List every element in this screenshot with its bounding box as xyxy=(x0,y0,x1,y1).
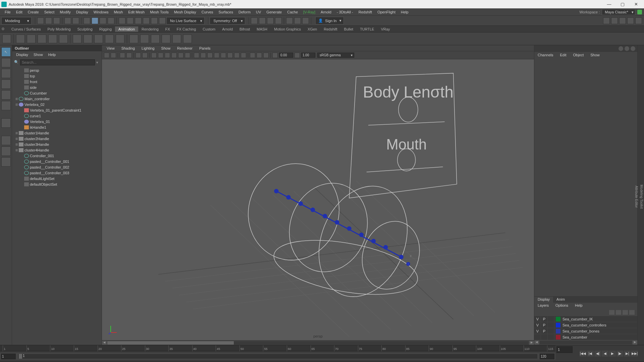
shelf-icon-5[interactable] xyxy=(59,35,68,43)
shelf-tab-fxcaching[interactable]: FX Caching xyxy=(173,26,199,32)
vp-lock-camera-icon[interactable] xyxy=(111,53,116,58)
playblast-icon[interactable] xyxy=(286,17,293,24)
scale-tool[interactable] xyxy=(1,101,11,110)
shelf-tab-bullet[interactable]: Bullet xyxy=(341,26,357,32)
vp-gamma-input[interactable] xyxy=(301,53,315,58)
outliner-item[interactable]: defaultObjectSet xyxy=(12,181,102,187)
side-tab-attribute-editor[interactable]: Attribute Editor xyxy=(634,182,639,211)
search-dropdown-icon[interactable]: ▾ xyxy=(95,60,100,65)
channel-box-scrollbar[interactable]: ◀ ▶ xyxy=(534,340,637,345)
range-start-inner-input[interactable] xyxy=(1,354,16,359)
vp-exposure-input[interactable] xyxy=(279,53,293,58)
shelf-icon-6[interactable] xyxy=(73,35,82,43)
vp-film-gate-icon[interactable] xyxy=(158,53,163,58)
select-hierarchy-icon[interactable] xyxy=(84,17,90,24)
symmetry-dropdown[interactable]: Symmetry: Off xyxy=(210,17,245,24)
goto-start-button[interactable]: |◀◀ xyxy=(580,351,586,357)
outliner-menu-help[interactable]: Help xyxy=(46,52,59,57)
layer-move-down-icon[interactable] xyxy=(616,310,621,315)
time-ruler[interactable]: 1510152025303540455055606570758085909510… xyxy=(0,345,555,362)
select-object-icon[interactable] xyxy=(92,17,98,24)
layer-row[interactable]: VPSea_cucumber_bones xyxy=(534,328,637,334)
shelf-tab-arnold[interactable]: Arnold xyxy=(219,26,236,32)
cb-scroll-left-icon[interactable]: ◀ xyxy=(534,341,539,345)
redo-icon[interactable] xyxy=(72,17,79,24)
shelf-tab-poly[interactable]: Poly Modeling xyxy=(44,26,74,32)
shelf-icon-12[interactable] xyxy=(140,35,149,43)
shelf-tab-custom[interactable]: Custom xyxy=(199,26,219,32)
menu-curves[interactable]: Curves xyxy=(199,9,216,15)
shelf-icon-3[interactable] xyxy=(38,35,46,43)
snap-curve-icon[interactable] xyxy=(127,17,133,24)
outliner-search-input[interactable] xyxy=(20,59,95,65)
layers-menu-options[interactable]: Options xyxy=(552,303,572,309)
step-forward-key-button[interactable]: ▶| xyxy=(624,351,631,357)
vp-antialias-icon[interactable] xyxy=(241,53,246,58)
shelf-icon-11[interactable] xyxy=(129,35,138,43)
vp-image-plane-icon[interactable] xyxy=(126,53,132,58)
outliner-item[interactable]: ⊞cluster4Handle xyxy=(12,147,102,153)
layer-new-empty-icon[interactable] xyxy=(623,310,628,315)
menu-vray[interactable]: [V-Ray] xyxy=(301,9,318,15)
outliner-item[interactable]: ⊞Main_controller xyxy=(12,96,102,102)
step-forward-button[interactable]: |▶ xyxy=(616,351,623,357)
viewport-scrollbar[interactable]: ◀ ▶ xyxy=(102,340,534,345)
vp-color-space-dropdown[interactable]: sRGB gamma xyxy=(317,53,354,58)
snap-plane-icon[interactable] xyxy=(143,17,150,24)
menu-modify[interactable]: Modify xyxy=(57,9,73,15)
render-settings-icon[interactable] xyxy=(275,17,282,24)
lasso-tool[interactable] xyxy=(1,58,11,67)
step-back-key-button[interactable]: |◀ xyxy=(587,351,594,357)
live-surface-dropdown[interactable]: No Live Surface xyxy=(166,17,205,24)
menu-mesh[interactable]: Mesh xyxy=(111,9,125,15)
viewport-canvas[interactable]: Body Lenσth Mouth xyxy=(102,59,534,340)
vp-field-chart-icon[interactable] xyxy=(178,53,183,58)
vp-exposure-icon[interactable] xyxy=(272,53,278,58)
shelf-tab-rigging[interactable]: Rigging xyxy=(96,26,115,32)
outliner-item[interactable]: Vertebra_01_parentConstraint1 xyxy=(12,107,102,113)
layers-tab-anim[interactable]: Anim xyxy=(553,297,568,303)
vp-select-camera-icon[interactable] xyxy=(104,53,109,58)
vp-menu-renderer[interactable]: Renderer xyxy=(174,46,196,50)
cb-icon-3[interactable] xyxy=(631,46,635,51)
menu-mesh-display[interactable]: Mesh Display xyxy=(171,9,199,15)
expand-icon[interactable]: ⊞ xyxy=(15,131,19,135)
rotate-tool[interactable] xyxy=(1,90,11,100)
shelf-tab-rendering[interactable]: Rendering xyxy=(138,26,162,32)
outliner-item[interactable]: top xyxy=(12,73,102,79)
toggle-attr-icon[interactable] xyxy=(635,17,642,24)
vp-grid-icon[interactable] xyxy=(151,53,157,58)
select-component-icon[interactable] xyxy=(100,17,106,24)
expand-icon[interactable]: ⊞ xyxy=(15,97,19,101)
outliner-menu-show[interactable]: Show xyxy=(31,52,46,57)
layer-playback-toggle[interactable]: P xyxy=(541,322,548,328)
shelf-tab-mograph[interactable]: Motion Graphics xyxy=(271,26,304,32)
shelf-icon-15[interactable] xyxy=(172,35,181,43)
vp-grease-pencil-icon[interactable] xyxy=(142,53,148,58)
select-tool[interactable]: ↖ xyxy=(1,47,11,57)
menu-help[interactable]: Help xyxy=(398,9,411,15)
vp-isolate-icon[interactable] xyxy=(250,53,255,58)
scroll-left-icon[interactable]: ◀ xyxy=(102,341,107,345)
outliner-menu-display[interactable]: Display xyxy=(13,52,31,57)
toggle-channel-icon[interactable] xyxy=(627,17,634,24)
outliner-item[interactable]: pasted__Controller_003 xyxy=(12,170,102,176)
vp-bookmark-icon[interactable] xyxy=(120,53,125,58)
shelf-gear-icon[interactable]: ⚙ xyxy=(1,27,6,32)
outliner-tree[interactable]: persptopfrontsideCucumber⊞Main_controlle… xyxy=(12,67,102,345)
layer-row[interactable]: VPSea_cucumber_IK xyxy=(534,316,637,322)
play-back-button[interactable]: ◀ xyxy=(602,351,608,357)
render-frame-icon[interactable] xyxy=(259,17,266,24)
goto-end-button[interactable]: ▶▶| xyxy=(631,351,638,357)
outliner-item[interactable]: side xyxy=(12,84,102,90)
expand-icon[interactable]: ⊞ xyxy=(15,103,19,106)
layers-menu-layers[interactable]: Layers xyxy=(534,303,552,309)
outliner-item[interactable]: Vertebra_01 xyxy=(12,119,102,124)
vp-xray-icon[interactable] xyxy=(257,53,262,58)
vp-gate-mask-icon[interactable] xyxy=(171,53,177,58)
layer-move-up-icon[interactable] xyxy=(609,310,614,315)
cb-icon-2[interactable] xyxy=(625,46,629,51)
menu-deform[interactable]: Deform xyxy=(236,9,253,15)
layout-four[interactable] xyxy=(1,146,11,156)
menu-edit-mesh[interactable]: Edit Mesh xyxy=(125,9,147,15)
